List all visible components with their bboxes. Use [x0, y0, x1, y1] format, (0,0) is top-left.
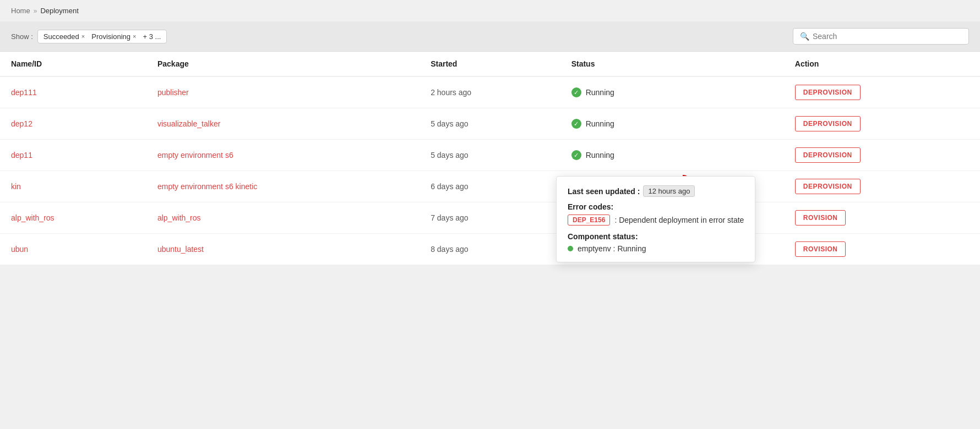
- package-link[interactable]: empty environment s6: [157, 151, 233, 160]
- filter-label: Show :: [11, 32, 33, 41]
- deployment-name-link[interactable]: dep111: [11, 88, 37, 97]
- table-container: Name/ID Package Started Status Action de…: [0, 52, 980, 265]
- deployment-name-link[interactable]: dep11: [11, 151, 32, 160]
- col-header-status: Status: [560, 52, 784, 76]
- search-box: 🔍: [793, 28, 969, 45]
- popup-error-code-row: DEP_E156 : Dependent deployment in error…: [568, 215, 744, 226]
- col-header-name: Name/ID: [0, 52, 146, 76]
- started-cell: 2 hours ago: [420, 76, 560, 108]
- breadcrumb-separator: »: [34, 7, 37, 15]
- status-running-icon: ✓: [571, 87, 581, 97]
- table-row: dep11empty environment s65 days ago✓Runn…: [0, 140, 980, 171]
- error-code-badge: DEP_E156: [568, 215, 610, 226]
- filter-tag-succeeded: Succeeded ×: [43, 32, 85, 41]
- status-cell: ✓Running: [560, 140, 784, 171]
- col-header-action: Action: [784, 52, 980, 76]
- table-row: ubunubuntu_latest8 days agoROVISION: [0, 234, 980, 265]
- breadcrumb-current: Deployment: [40, 7, 78, 15]
- started-cell: 6 days ago: [420, 171, 560, 202]
- search-icon: 🔍: [800, 32, 809, 41]
- filter-more[interactable]: + 3 ...: [143, 32, 161, 41]
- table-row: dep111publisher2 hours ago✓RunningDEPROV…: [0, 76, 980, 108]
- package-link[interactable]: empty environment s6 kinetic: [157, 182, 257, 191]
- component-status-dot: [568, 246, 573, 251]
- table-row: kinempty environment s6 kinetic6 days ag…: [0, 171, 980, 202]
- status-cell: ✓Running: [560, 108, 784, 140]
- package-link[interactable]: publisher: [157, 88, 189, 97]
- status-running-icon: ✓: [571, 150, 581, 160]
- deprovision-button[interactable]: DEPROVISION: [795, 179, 861, 194]
- deployment-name-link[interactable]: dep12: [11, 119, 32, 128]
- status-running-icon: ✓: [571, 119, 581, 129]
- deployment-name-link[interactable]: ubun: [11, 245, 28, 254]
- package-link[interactable]: alp_with_ros: [157, 213, 201, 222]
- deployments-table: Name/ID Package Started Status Action de…: [0, 52, 980, 265]
- breadcrumb: Home » Deployment: [0, 0, 980, 21]
- deprovision-button[interactable]: ROVISION: [795, 210, 846, 226]
- filter-left: Show : Succeeded × Provisioning × + 3 ..…: [11, 30, 167, 43]
- deployment-name-link[interactable]: alp_with_ros: [11, 213, 55, 222]
- started-cell: 8 days ago: [420, 234, 560, 265]
- package-link[interactable]: ubuntu_latest: [157, 245, 204, 254]
- filter-tag-provisioning-close[interactable]: ×: [133, 33, 136, 40]
- error-description: : Dependent deployment in error state: [614, 216, 744, 224]
- started-cell: 5 days ago: [420, 108, 560, 140]
- status-cell: ✓Running: [560, 76, 784, 108]
- popup-last-seen-value: 12 hours ago: [643, 185, 695, 197]
- popup-last-seen-label: Last seen updated :: [568, 187, 640, 196]
- popup-last-seen-row: Last seen updated : 12 hours ago: [568, 185, 744, 197]
- deprovision-button[interactable]: ROVISION: [795, 241, 846, 257]
- component-info: emptyenv : Running: [578, 244, 646, 253]
- table-header-row: Name/ID Package Started Status Action: [0, 52, 980, 76]
- filter-bar: Show : Succeeded × Provisioning × + 3 ..…: [0, 21, 980, 52]
- deprovision-button[interactable]: DEPROVISION: [795, 85, 861, 100]
- filter-tag-provisioning: Provisioning ×: [91, 32, 136, 41]
- package-link[interactable]: visualizable_talker: [157, 119, 220, 128]
- deprovision-button[interactable]: DEPROVISION: [795, 116, 861, 131]
- table-row: alp_with_rosalp_with_ros7 days agoROVISI…: [0, 202, 980, 234]
- deployment-name-link[interactable]: kin: [11, 182, 21, 191]
- table-row: dep12visualizable_talker5 days ago✓Runni…: [0, 108, 980, 140]
- error-popup: Last seen updated : 12 hours ago Error c…: [556, 176, 755, 262]
- col-header-package: Package: [146, 52, 420, 76]
- col-header-started: Started: [420, 52, 560, 76]
- filter-tags: Succeeded × Provisioning × + 3 ...: [37, 30, 167, 43]
- deprovision-button[interactable]: DEPROVISION: [795, 147, 861, 163]
- popup-component-row: emptyenv : Running: [568, 244, 744, 253]
- breadcrumb-home[interactable]: Home: [11, 7, 30, 15]
- popup-component-status-title: Component status:: [568, 232, 744, 241]
- filter-tag-succeeded-close[interactable]: ×: [81, 33, 85, 40]
- started-cell: 5 days ago: [420, 140, 560, 171]
- started-cell: 7 days ago: [420, 202, 560, 234]
- popup-error-codes-title: Error codes:: [568, 202, 744, 211]
- search-input[interactable]: [813, 32, 962, 41]
